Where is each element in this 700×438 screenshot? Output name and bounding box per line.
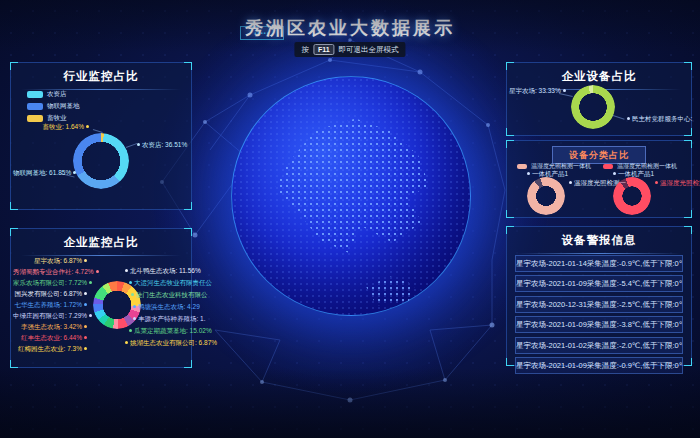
legend-swatch — [517, 164, 527, 169]
enterprise-label-left: 星宇农场: 6.87% — [13, 257, 89, 265]
device-label-left: 星宇农场: 33.33% — [509, 87, 565, 95]
device-label-right: 民主村党群服务中心: — [625, 115, 692, 123]
device-donut-chart[interactable] — [571, 85, 615, 129]
callout-dot — [84, 347, 87, 350]
chart-label-text: 农资店: 36.51% — [142, 141, 187, 148]
dashboard-root: ▪▪▪▪▪ 秀洲区农业大数据展示 按 F11 即可退出全屏模式 行业监控占比 农… — [0, 0, 700, 438]
alarm-list-item: 星宇农场-2021-01-09采集温度:-5.4℃,低于下限:0℃ — [515, 275, 683, 292]
callout-dot — [89, 314, 92, 317]
enterprise-label-left: 国兴发有限公司: 6.87% — [13, 290, 89, 298]
legend-label: 畜牧业 — [47, 114, 67, 123]
enterprise-label-right: 北斗鸭生态农场: 11.56% — [123, 267, 201, 275]
legend-label: 农资店 — [47, 90, 67, 99]
callout-dot — [84, 292, 87, 295]
legend-swatch — [27, 91, 43, 98]
legend-item[interactable]: 物联网基地 — [27, 102, 80, 111]
alarm-list-item: 星宇农场-2021-01-09采集温度:-3.8℃,低于下限:0℃ — [515, 316, 683, 333]
chart-label-text: 七华生态养殖场: 1.72% — [14, 301, 82, 308]
chart-label-text: 红丰生态农业: 6.44% — [21, 334, 82, 341]
callout-dot — [125, 269, 128, 272]
enterprise-label-left: 中绿庄园有限公司: 7.29% — [13, 312, 89, 320]
chart-label-text: 国兴发有限公司: 6.87% — [14, 290, 82, 297]
chart-label-text: 鸭塘浜生态农场: 4.29 — [138, 303, 200, 310]
device-alarm-panel: 设备警报信息 星宇农场-2021-01-14采集温度:-0.9℃,低于下限:0℃… — [506, 226, 692, 366]
chart-label-store: 农资店: 36.51% — [135, 141, 187, 149]
chart-label-text: 星宇农场: 33.33% — [509, 87, 561, 94]
alarm-list: 星宇农场-2021-01-14采集温度:-0.9℃,低于下限:0℃ 星宇农场-2… — [507, 251, 691, 378]
callout-dot — [563, 89, 566, 92]
device-ratio-panel: 企业设备占比 星宇农场: 33.33% 民主村党群服务中心: — [506, 62, 692, 136]
enterprise-label-right: 丰源水产特种养殖场: 1. — [131, 315, 206, 323]
callout-dot — [527, 172, 530, 175]
hint-prefix: 按 — [301, 45, 309, 55]
category-right-sidelabel: 温湿度光照检测一 — [653, 179, 700, 187]
callout-dot — [84, 336, 87, 339]
alarm-list-item: 星宇农场-2021-01-14采集温度:-0.9℃,低于下限:0℃ — [515, 255, 683, 272]
chart-label-text: 姚湖生态农业有限公司: 6.87% — [130, 339, 217, 346]
chart-label-text: 大运河生态牧业有限责任公 — [134, 279, 212, 286]
industry-chart-legend: 农资店 物联网基地 畜牧业 — [27, 87, 80, 126]
callout-dot — [125, 341, 128, 344]
chart-label-livestock: 畜牧业: 1.64% — [21, 123, 91, 131]
chart-label-text: 秀湖蜀鹅专业合作社: 4.72% — [13, 268, 94, 275]
hint-suffix: 即可退出全屏模式 — [339, 45, 399, 55]
alarm-panel-title: 设备警报信息 — [507, 227, 691, 248]
panel-separator — [21, 255, 181, 256]
chart-label-text: 物联网基地: 61.85% — [13, 169, 71, 176]
enterprise-label-right: 鸭塘浜生态农场: 4.29 — [131, 303, 200, 311]
callout-dot — [84, 259, 87, 262]
enterprise-label-right: 陡门生态农业科技有限公 — [129, 291, 208, 299]
callout-dot — [133, 317, 136, 320]
callout-line — [613, 115, 625, 120]
callout-dot — [569, 181, 572, 184]
device-category-panel: 设备分类占比 温湿度光照检测一体机 一体机产品1 温湿度光照检测一 温湿度光照检… — [506, 140, 692, 218]
legend-item[interactable]: 农资店 — [27, 90, 80, 99]
callout-dot — [89, 281, 92, 284]
legend-swatch — [603, 164, 613, 169]
callout-dot — [133, 305, 136, 308]
callout-dot — [96, 270, 99, 273]
chart-label-text: 一体机产品1 — [532, 170, 568, 177]
enterprise-label-right: 姚湖生态农业有限公司: 6.87% — [123, 339, 217, 347]
callout-dot — [131, 293, 134, 296]
enterprise-label-left: 红丰生态农业: 6.44% — [13, 334, 89, 342]
enterprise-label-left: 七华生态养殖场: 1.72% — [13, 301, 89, 309]
enterprise-label-left: 家乐农场有限公司: 7.72% — [13, 279, 89, 287]
chart-label-text: 瓜菜定期蔬菜基地: 15.02% — [134, 327, 212, 334]
alarm-list-item: 星宇农场-2021-01-02采集温度:-2.0℃,低于下限:0℃ — [515, 337, 683, 354]
globe-visual — [231, 76, 471, 316]
callout-dot — [627, 117, 630, 120]
callout-dot — [613, 172, 616, 175]
callout-dot — [129, 329, 132, 332]
chart-label-text: 温湿度光照检测一 — [660, 179, 700, 186]
chart-label-text: 家乐农场有限公司: 7.72% — [13, 279, 87, 286]
callout-dot — [655, 181, 658, 184]
category-right-donut-chart[interactable] — [613, 177, 651, 215]
chart-label-text: 陡门生态农业科技有限公 — [136, 291, 208, 298]
f11-key-badge: F11 — [313, 44, 335, 55]
alarm-list-item: 星宇农场-2021-01-09采集温度:-0.9℃,低于下限:0℃ — [515, 357, 683, 374]
callout-dot — [84, 325, 87, 328]
category-left-donut-chart[interactable] — [527, 177, 565, 215]
enterprise-label-left: 秀湖蜀鹅专业合作社: 4.72% — [13, 268, 89, 276]
enterprise-label-left: 红梅园生态农业: 7.3% — [13, 345, 89, 353]
legend-label: 物联网基地 — [47, 102, 80, 111]
callout-dot — [129, 281, 132, 284]
legend-swatch — [27, 115, 43, 122]
chart-label-text: 畜牧业: 1.64% — [42, 123, 84, 130]
chart-label-text: 北斗鸭生态农场: 11.56% — [130, 267, 201, 274]
chart-label-text: 民主村党群服务中心: — [632, 115, 692, 122]
fullscreen-hint-bar: 按 F11 即可退出全屏模式 — [294, 42, 405, 57]
chart-label-text: 星宇农场: 6.87% — [34, 257, 82, 264]
callout-dot — [86, 125, 89, 128]
industry-panel-title: 行业监控占比 — [11, 63, 191, 84]
device-panel-title: 企业设备占比 — [507, 63, 691, 84]
legend-item[interactable]: 畜牧业 — [27, 114, 80, 123]
chart-label-iot: 物联网基地: 61.85% — [13, 169, 75, 177]
chart-label-text: 中绿庄园有限公司: 7.29% — [13, 312, 87, 319]
enterprise-monitor-panel: 企业监控占比 星宇农场: 6.87% 秀湖蜀鹅专业合作社: 4.72% 家乐农场… — [10, 228, 192, 368]
industry-donut-chart[interactable] — [73, 133, 129, 189]
enterprise-label-left: 李强生态农场: 3.42% — [13, 323, 89, 331]
alarm-list-item: 星宇农场-2020-12-31采集温度:-2.5℃,低于下限:0℃ — [515, 296, 683, 313]
callout-dot — [84, 303, 87, 306]
